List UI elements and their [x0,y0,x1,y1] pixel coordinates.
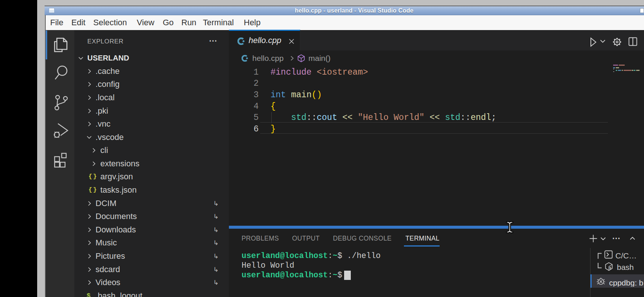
svg-text:$: $ [609,267,612,270]
